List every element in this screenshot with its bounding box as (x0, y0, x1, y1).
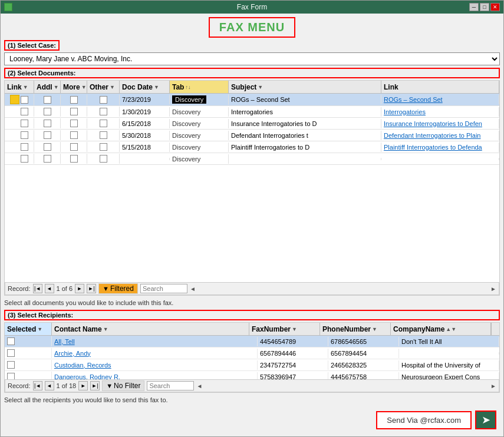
rec-scroll-left-icon[interactable]: ◄ (196, 383, 202, 389)
other-checkbox[interactable] (100, 96, 107, 104)
col-subject[interactable]: Subject ▼ (229, 81, 381, 93)
fax-form-window: Fax Form ─ □ ✕ FAX MENU (1) Select Case:… (0, 0, 504, 437)
rec-col-fax[interactable]: FaxNumber ▼ (249, 323, 320, 335)
rec-col-phone[interactable]: PhoneNumber ▼ (320, 323, 391, 335)
rec-name-cell[interactable]: Custodian, Records (52, 360, 258, 370)
more-checkbox[interactable] (70, 96, 78, 104)
prev-record-btn[interactable]: ◄ (45, 284, 54, 293)
doc-link[interactable]: Interrogatories (384, 108, 426, 115)
rec-filter-button[interactable]: ▼ No Filter (102, 380, 144, 391)
docs-search-input[interactable] (140, 284, 187, 293)
first-record-btn[interactable]: |◄ (33, 284, 42, 293)
tab-text: Discovery (172, 144, 200, 151)
other-checkbox[interactable] (100, 120, 107, 127)
filter-button[interactable]: ▼ Filtered (98, 283, 138, 294)
rec-col-name[interactable]: Contact Name ▼ (52, 323, 249, 335)
link-checkbox[interactable] (21, 96, 28, 104)
recipients-helper-text: Select all the recipients you would like… (4, 396, 500, 403)
send-via-button[interactable]: Send Via @rcfax.com (376, 411, 472, 429)
table-row[interactable]: 1/30/2019 Discovery Interrogatories Inte… (5, 106, 499, 118)
rec-next-btn[interactable]: ► (78, 381, 88, 390)
addl-checkbox[interactable] (44, 143, 51, 151)
table-row[interactable]: 6/15/2018 Discovery Insurance Interrogat… (5, 118, 499, 130)
link-checkbox[interactable] (21, 108, 28, 115)
other-checkbox[interactable] (100, 108, 107, 115)
link-checkbox[interactable] (21, 143, 28, 151)
rec-name-cell[interactable]: Dangerous, Rodney R. (52, 372, 258, 380)
doc-link[interactable]: ROGs – Second Set (384, 96, 443, 103)
next-record-btn[interactable]: ► (75, 284, 84, 293)
more-checkbox[interactable] (70, 143, 78, 151)
close-button[interactable]: ✕ (490, 3, 500, 11)
rec-scroll-right-icon[interactable]: ► (490, 383, 496, 389)
rec-first-btn[interactable]: |◄ (33, 381, 42, 390)
col-addl[interactable]: Addl ▼ (34, 81, 61, 93)
addl-checkbox[interactable] (44, 131, 51, 139)
rec-name-cell[interactable]: Archie, Andy (52, 349, 258, 358)
scroll-right-icon[interactable]: ► (490, 286, 496, 292)
rec-checkbox[interactable] (7, 361, 15, 369)
rec-col-company[interactable]: CompanyName ▲▼ (391, 323, 491, 335)
col-docdate[interactable]: Doc Date ▼ (120, 81, 170, 93)
table-row[interactable]: 5/30/2018 Discovery Defendant Interrogat… (5, 130, 499, 141)
rec-checkbox[interactable] (7, 349, 15, 357)
other-checkbox[interactable] (100, 131, 107, 139)
doc-link[interactable]: Plaintiff Interrogatories to Defenda (384, 144, 482, 151)
addl-checkbox[interactable] (44, 120, 51, 127)
rec-last-btn[interactable]: ►| (90, 381, 100, 390)
rec-company-cell: Neurosurgeon Expert Cons (399, 372, 499, 380)
row-link-cell (5, 118, 34, 128)
case-section: (1) Select Case: Looney, Mary Jane v. AB… (4, 40, 500, 65)
table-row[interactable]: 7/23/2019 Discovery ROGs – Second Set RO… (5, 94, 499, 106)
recipients-section: (3) Select Recipients: Selected ▼ Contac… (4, 310, 500, 393)
minimize-button[interactable]: ─ (469, 3, 479, 11)
other-checkbox[interactable] (100, 155, 107, 163)
rec-checkbox[interactable] (7, 373, 15, 379)
rec-record-label: Record: (8, 382, 31, 389)
doc-link[interactable]: Defendant Interrogatories to Plain (384, 132, 481, 139)
case-section-label: (1) Select Case: (4, 40, 60, 51)
rec-search-input[interactable] (147, 381, 194, 390)
case-dropdown[interactable]: Looney, Mary Jane v. ABC Moving, Inc. (4, 52, 500, 65)
link-checkbox[interactable] (21, 131, 28, 139)
rec-prev-btn[interactable]: ◄ (45, 381, 54, 390)
link-checkbox[interactable] (21, 120, 28, 127)
rec-filter-label: No Filter (114, 382, 140, 390)
link-checkbox[interactable] (21, 155, 28, 163)
list-item[interactable]: Custodian, Records 2347572754 2465628325… (5, 359, 499, 371)
row-link-cell (5, 154, 34, 164)
row-tab-cell: Discovery (170, 94, 229, 105)
col-link[interactable]: Link ▼ (5, 81, 34, 93)
col-other[interactable]: Other ▼ (87, 81, 120, 93)
list-item[interactable]: All, Tell 4454654789 6786546565 Don't Te… (5, 336, 499, 347)
app-icon (4, 3, 12, 11)
rec-name-cell[interactable]: All, Tell (52, 337, 258, 346)
rec-col-selected[interactable]: Selected ▼ (5, 323, 52, 335)
more-checkbox[interactable] (70, 155, 78, 163)
doc-link[interactable]: Insurance Interrogatories to Defen (384, 120, 482, 127)
more-checkbox[interactable] (70, 131, 78, 139)
send-icon-button[interactable]: ➤ (475, 410, 496, 429)
record-label: Record: (8, 285, 31, 292)
recipients-table: Selected ▼ Contact Name ▼ FaxNumber ▼ Ph… (4, 322, 500, 393)
more-checkbox[interactable] (70, 120, 78, 127)
addl-checkbox[interactable] (44, 155, 51, 163)
list-item[interactable]: Archie, Andy 6567894446 6567894454 (5, 347, 499, 359)
scroll-left-icon[interactable]: ◄ (190, 286, 196, 292)
last-record-btn[interactable]: ►| (87, 284, 96, 293)
col-more[interactable]: More ▼ (61, 81, 87, 93)
other-checkbox[interactable] (100, 143, 107, 151)
more-checkbox[interactable] (70, 108, 78, 115)
row-date-cell (120, 158, 170, 160)
col-tab[interactable]: Tab ↑↓ (170, 81, 229, 93)
restore-button[interactable]: □ (480, 3, 489, 11)
list-item[interactable]: Dangerous, Rodney R. 5758396947 44456757… (5, 371, 499, 379)
rec-fax-cell: 5758396947 (258, 372, 328, 380)
rec-checkbox[interactable] (7, 337, 15, 345)
row-subject-cell: Defendant Interrogatories t (229, 131, 381, 140)
addl-checkbox[interactable] (44, 96, 51, 104)
table-row[interactable]: 5/15/2018 Discovery Plaintiff Interrogat… (5, 141, 499, 153)
table-row[interactable]: Discovery (5, 153, 499, 165)
addl-checkbox[interactable] (44, 108, 51, 115)
row-addl-cell (34, 154, 61, 164)
